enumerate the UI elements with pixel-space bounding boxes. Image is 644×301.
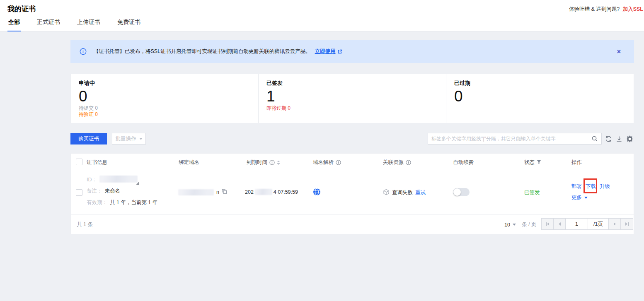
more-link[interactable]: 更多 [571, 194, 582, 201]
stat-title: 已过期 [454, 79, 634, 87]
tab-free-certs[interactable]: 免费证书 [116, 19, 141, 31]
page-title: 我的证书 [7, 4, 36, 14]
retry-link[interactable]: 重试 [415, 189, 426, 196]
gear-icon[interactable] [626, 135, 633, 142]
search-box [428, 133, 602, 144]
redaction-corner [136, 182, 139, 185]
cert-note-line: 备注： 未命名 [87, 188, 120, 195]
first-page-button[interactable] [542, 219, 554, 229]
note-value: 未命名 [105, 188, 121, 195]
certificate-table: 证书信息 绑定域名 到期时间 域名解析 关联资源 自动续费 状态 操作 [70, 153, 634, 234]
cert-validity-line: 有效期： 共 1 年，当前第 1 年 [87, 199, 157, 206]
join-ssl-link[interactable]: 加入SSL [623, 6, 643, 12]
expire-suffix: 4 07:59:59 [274, 189, 298, 195]
batch-operation-button[interactable]: 批量操作 [112, 133, 146, 144]
stat-value: 0 [454, 88, 634, 105]
total-count: 共 1 条 [77, 221, 93, 228]
info-icon[interactable] [406, 160, 411, 165]
col-cert-info: 证书信息 [87, 159, 107, 166]
feedback-text: 体验吐槽 & 遇到问题? [569, 6, 620, 12]
stat-applying: 申请中 0 待提交 0 待验证 0 [71, 74, 258, 123]
col-status: 状态 [524, 159, 541, 166]
prev-page-button[interactable] [554, 219, 566, 229]
validity-label: 有效期： [87, 199, 107, 206]
last-page-button[interactable] [621, 219, 633, 229]
tab-paid-certs[interactable]: 正式证书 [36, 19, 61, 31]
row-checkbox[interactable] [76, 189, 82, 196]
stat-sub-expiring-soon: 即将过期 0 [266, 105, 446, 111]
notice-banner: 【证书托管】已发布，将SSL证书开启托管即可实现证书到期前自动更新关联的腾讯云云… [70, 40, 634, 63]
use-now-link[interactable]: 立即使用 [315, 48, 336, 55]
col-auto-renew: 自动续费 [453, 159, 474, 166]
chevron-down-icon[interactable] [584, 197, 588, 199]
stat-sub-pending-verify: 待验证 0 [79, 111, 258, 118]
filter-icon[interactable] [537, 160, 541, 166]
pager: /1页 [541, 218, 633, 230]
upgrade-link[interactable]: 升级 [600, 183, 610, 190]
domain-redacted [178, 189, 214, 195]
download-list-icon[interactable] [616, 135, 622, 142]
tab-all[interactable]: 全部 [7, 19, 21, 31]
expire-prefix: 202 [245, 189, 254, 195]
page-count-label: /1页 [588, 219, 609, 229]
auto-renew-cell [453, 188, 470, 196]
pagination-bar: 共 1 条 10 条 / 页 /1页 [71, 214, 634, 234]
dns-resolution-cell [313, 188, 321, 197]
my-certificates-page: 我的证书 体验吐槽 & 遇到问题? 加入SSL 全部 正式证书 上传证书 免费证… [0, 0, 644, 301]
stat-sub-pending-submit: 待提交 0 [79, 105, 258, 111]
buy-certificate-button[interactable]: 购买证书 [70, 133, 107, 144]
external-link-icon [337, 49, 342, 54]
bound-domain-cell: n [178, 189, 227, 195]
batch-operation-label: 批量操作 [116, 135, 136, 142]
info-icon[interactable] [336, 160, 341, 165]
download-link-wrap: 下载 [586, 183, 596, 190]
table-row: ID： 备注： 未命名 有效期： 共 1 年，当前第 1 年 n [71, 171, 634, 214]
refresh-icon[interactable] [605, 135, 612, 142]
top-header: 我的证书 体验吐槽 & 遇到问题? 加入SSL 全部 正式证书 上传证书 免费证… [0, 0, 644, 31]
expire-time-cell: 202 4 07:59:59 [245, 189, 298, 195]
page-size-select[interactable]: 10 条 / 页 [504, 221, 536, 228]
resource-cube-icon [383, 189, 390, 197]
cert-id-label: ID： [87, 176, 97, 183]
toggle-knob [453, 188, 461, 196]
search-icon[interactable] [588, 135, 601, 142]
redaction-blur [99, 176, 138, 183]
stats-panel: 申请中 0 待提交 0 待验证 0 已签发 1 即将过期 0 已过期 0 [70, 74, 634, 123]
chevron-down-icon [513, 224, 516, 226]
col-expire-time: 到期时间 [247, 159, 280, 166]
validity-value: 共 1 年，当前第 1 年 [110, 199, 157, 206]
resource-status-text: 查询失败 [392, 189, 413, 196]
stat-title: 已签发 [266, 79, 446, 87]
info-icon [80, 48, 87, 55]
sort-icon[interactable] [277, 161, 280, 165]
select-all-checkbox[interactable] [76, 159, 82, 165]
download-link[interactable]: 下载 [586, 183, 596, 189]
stat-value: 0 [79, 88, 258, 105]
banner-text: 【证书托管】已发布，将SSL证书开启托管即可实现证书到期前自动更新关联的腾讯云云… [94, 48, 311, 55]
page-number-input[interactable] [566, 219, 588, 229]
col-actions: 操作 [571, 159, 582, 166]
close-icon[interactable]: × [617, 48, 621, 55]
copy-icon[interactable] [222, 189, 227, 195]
chevron-down-icon [139, 138, 143, 140]
info-icon[interactable] [269, 160, 275, 165]
note-label: 备注： [87, 188, 102, 195]
auto-renew-toggle[interactable] [453, 188, 470, 196]
next-page-button[interactable] [609, 219, 621, 229]
tab-uploaded-certs[interactable]: 上传证书 [76, 19, 101, 31]
stat-value: 1 [266, 88, 446, 105]
stat-title: 申请中 [79, 79, 258, 87]
page-size-unit: 条 / 页 [522, 221, 536, 228]
col-dns-resolution: 域名解析 [313, 159, 341, 166]
col-bound-domain: 绑定域名 [179, 159, 199, 166]
expire-redacted [255, 189, 272, 195]
status-badge: 已签发 [524, 189, 540, 196]
tab-bar: 全部 正式证书 上传证书 免费证书 [7, 19, 141, 31]
globe-icon[interactable] [313, 188, 321, 197]
table-header-row: 证书信息 绑定域名 到期时间 域名解析 关联资源 自动续费 状态 操作 [71, 154, 634, 170]
associated-resources-cell: 查询失败 重试 [383, 189, 426, 197]
cert-id-redacted [99, 176, 138, 184]
search-input[interactable] [428, 136, 588, 142]
deploy-link[interactable]: 部署 [571, 183, 582, 190]
status-cell: 已签发 [524, 189, 540, 196]
